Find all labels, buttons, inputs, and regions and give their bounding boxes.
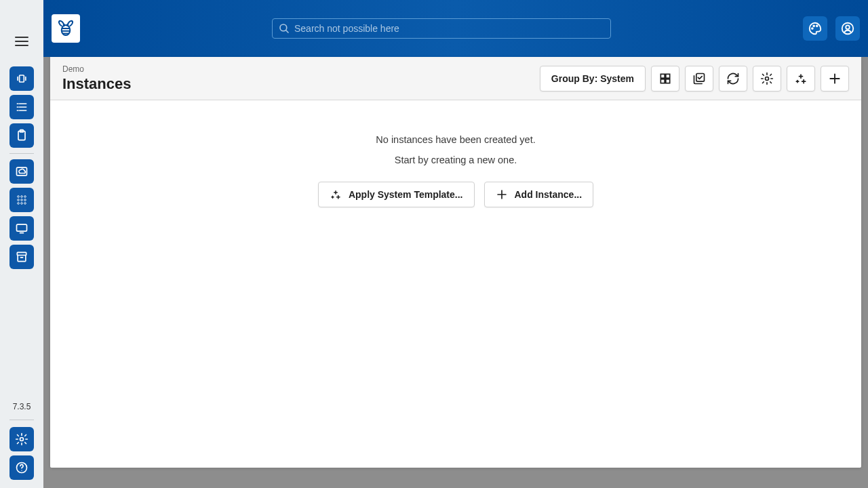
svg-rect-14 [17,252,26,255]
main-region: Demo Instances Group By: System [43,0,868,488]
sidebar-item-monitor[interactable] [9,216,34,241]
svg-point-11 [21,203,23,205]
plus-icon [496,188,508,201]
svg-point-24 [816,25,818,26]
gear-icon [760,72,774,85]
account-icon [840,21,855,36]
search-icon [278,22,290,35]
topbar [43,0,868,57]
sidebar-divider-bottom [9,420,34,420]
svg-point-23 [813,25,814,26]
sidebar-item-cloud[interactable] [9,159,34,184]
sidebar-item-archive[interactable] [9,245,34,269]
gear-icon [15,432,28,446]
svg-point-22 [812,28,813,29]
hamburger-icon [14,33,30,49]
search-input[interactable] [294,23,605,34]
content-card: Demo Instances Group By: System [50,57,861,468]
sidebar: 7.3.5 [0,0,43,488]
palette-icon [808,21,823,36]
breadcrumb: Demo [62,64,132,74]
group-by-button[interactable]: Group By: System [540,66,646,92]
template-button[interactable] [787,66,815,92]
empty-state: No instances have been created yet. Star… [50,100,861,468]
sidebar-item-clipboard[interactable] [9,123,34,148]
apply-template-button[interactable]: Apply System Template... [318,182,475,207]
sparkle-icon [794,72,808,85]
view-grid-button[interactable] [651,66,679,92]
check-stack-icon [692,72,706,85]
svg-point-17 [21,470,22,471]
svg-point-10 [18,203,20,205]
sparkle-icon [330,188,342,201]
svg-rect-28 [666,74,670,78]
bee-logo-icon [56,18,76,39]
svg-rect-30 [666,79,670,83]
search-box[interactable] [272,18,611,39]
svg-rect-27 [660,74,665,78]
svg-rect-0 [20,75,24,82]
svg-point-6 [24,196,26,198]
app-logo[interactable] [52,14,80,43]
theme-button[interactable] [803,16,827,41]
bulk-select-button[interactable] [685,66,713,92]
instances-icon [15,72,28,85]
list-icon [15,100,28,114]
svg-point-32 [766,77,769,80]
svg-point-4 [18,196,20,198]
add-instance-label: Add Instance... [515,189,583,200]
svg-rect-29 [660,79,665,83]
clipboard-icon [15,129,28,142]
sidebar-item-settings[interactable] [9,427,34,451]
apps-grid-icon [15,193,28,207]
grid-view-icon [658,72,672,85]
version-label: 7.3.5 [13,402,31,411]
page-title: Instances [62,75,132,93]
sidebar-item-apps[interactable] [9,188,34,212]
svg-point-15 [20,438,24,441]
plus-icon [828,72,842,85]
archive-icon [15,250,28,264]
svg-point-19 [64,24,65,26]
sync-button[interactable] [719,66,747,92]
menu-toggle-button[interactable] [7,27,36,56]
apply-template-label: Apply System Template... [349,189,463,200]
empty-message-2: Start by creating a new one. [395,155,517,165]
svg-point-7 [18,199,20,201]
cloud-icon [15,165,28,178]
account-button[interactable] [835,16,860,41]
header-actions: Group By: System [540,66,849,92]
add-button[interactable] [821,66,849,92]
help-icon [15,461,28,474]
svg-point-5 [21,196,23,198]
svg-point-9 [24,199,26,201]
sidebar-item-help[interactable] [9,455,34,480]
empty-message-1: No instances have been created yet. [376,134,535,145]
card-header: Demo Instances Group By: System [50,57,861,100]
sidebar-item-list[interactable] [9,95,34,119]
svg-rect-13 [17,224,27,231]
sync-icon [726,72,740,85]
svg-point-8 [21,199,23,201]
svg-point-20 [67,24,68,26]
sidebar-item-instances[interactable] [9,66,34,91]
svg-point-26 [846,25,850,29]
settings-button[interactable] [753,66,781,92]
monitor-icon [15,222,28,235]
sidebar-divider [9,153,34,154]
svg-point-12 [24,203,26,205]
add-instance-button[interactable]: Add Instance... [484,182,594,207]
